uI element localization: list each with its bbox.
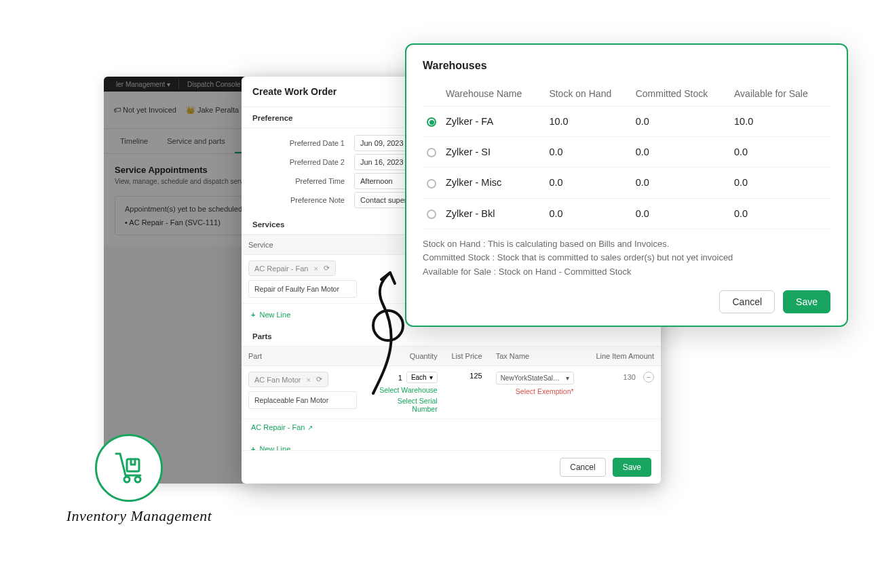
service-description[interactable]: Repair of Faulty Fan Motor — [248, 280, 357, 298]
warehouse-name: Zylker - Bkl — [442, 198, 545, 229]
warehouse-available: 0.0 — [730, 198, 830, 229]
service-chip[interactable]: AC Repair - Fan × ⟳ — [248, 260, 336, 276]
warehouse-radio[interactable] — [427, 148, 436, 157]
warehouse-row[interactable]: Zylker - FA10.00.010.0 — [423, 106, 830, 137]
warehouse-available: 0.0 — [730, 137, 830, 168]
refresh-icon[interactable]: ⟳ — [316, 375, 322, 384]
label-preferred-date-2: Preferred Date 2 — [252, 158, 354, 166]
chevron-down-icon: ▾ — [167, 81, 170, 88]
external-link-icon: ↗ — [307, 424, 313, 431]
parts-col-amount: Line Item Amount — [581, 347, 661, 366]
chevron-down-icon: ▾ — [566, 374, 569, 382]
tax-dropdown[interactable]: NewYorkStateSalesTax ▾ — [496, 372, 574, 385]
divider — [178, 79, 179, 89]
wh-save-button[interactable]: Save — [783, 290, 830, 313]
remove-icon[interactable]: × — [313, 264, 318, 273]
warehouse-committed: 0.0 — [632, 106, 730, 137]
warehouses-popover: Warehouses Warehouse Name Stock on Hand … — [405, 43, 848, 327]
add-part-line[interactable]: +New Line — [242, 438, 661, 450]
warehouses-notes: Stock on Hand : This is calculating base… — [423, 237, 830, 279]
warehouse-stock: 0.0 — [545, 168, 631, 198]
inventory-icon-circle — [95, 434, 163, 502]
warehouse-row[interactable]: Zylker - Bkl0.00.00.0 — [423, 198, 830, 229]
unit-dropdown[interactable]: Each ▾ — [406, 372, 438, 383]
save-button[interactable]: Save — [613, 458, 651, 477]
warehouse-radio[interactable] — [427, 179, 436, 189]
note-committed-stock: Committed Stock : Stock that is committe… — [423, 251, 830, 265]
refresh-icon[interactable]: ⟳ — [324, 264, 330, 273]
svg-point-0 — [124, 477, 130, 482]
warehouses-footer: Cancel Save — [423, 290, 830, 313]
warehouse-row[interactable]: Zylker - SI0.00.00.0 — [423, 137, 830, 168]
warehouse-stock: 10.0 — [545, 106, 631, 137]
status-not-invoiced: 🏷 Not yet Invoiced — [113, 106, 176, 114]
plus-icon: + — [251, 445, 255, 450]
part-chip[interactable]: AC Fan Motor × ⟳ — [248, 372, 328, 387]
section-parts: Parts — [242, 326, 661, 346]
part-list-price[interactable]: 125 — [444, 366, 489, 419]
label-preference-note: Preference Note — [252, 196, 354, 204]
wh-col-name: Warehouse Name — [442, 81, 545, 106]
modal-footer: Cancel Save — [242, 450, 661, 484]
warehouse-stock: 0.0 — [545, 198, 631, 229]
parts-col-list: List Price — [444, 347, 489, 366]
warehouse-committed: 0.0 — [632, 168, 730, 198]
warehouse-available: 0.0 — [730, 168, 830, 198]
nav-tab-management[interactable]: ler Management ▾ — [109, 81, 177, 88]
select-warehouse-link[interactable]: Select Warehouse — [379, 386, 437, 394]
wh-col-select — [423, 81, 442, 106]
remove-icon[interactable]: × — [306, 376, 310, 384]
hand-truck-icon — [111, 450, 147, 486]
parts-col-qty: Quantity — [364, 347, 444, 366]
nav-tab-dispatch[interactable]: Dispatch Console — [180, 81, 247, 88]
warehouse-name: Zylker - SI — [442, 137, 545, 168]
label-preferred-date-1: Preferred Date 1 — [252, 139, 354, 147]
parts-col-part: Part — [242, 347, 364, 366]
part-chip-label: AC Fan Motor — [254, 376, 301, 384]
part-row: AC Fan Motor × ⟳ Replaceable Fan Motor 1… — [242, 366, 661, 419]
select-exemption-link[interactable]: Select Exemption* — [516, 387, 574, 395]
line-item-amount: 130 — [624, 373, 636, 381]
inventory-management-badge: Inventory Management — [81, 434, 231, 525]
part-qty[interactable]: 1 — [375, 374, 402, 382]
owner-user: 👑 Jake Peralta — [186, 106, 239, 115]
cancel-button[interactable]: Cancel — [560, 458, 605, 477]
warehouses-table: Warehouse Name Stock on Hand Committed S… — [423, 81, 830, 229]
parts-col-tax: Tax Name — [489, 347, 581, 366]
warehouse-stock: 0.0 — [545, 137, 631, 168]
part-description[interactable]: Replaceable Fan Motor — [248, 391, 357, 409]
svg-point-1 — [135, 477, 140, 482]
warehouse-name: Zylker - FA — [442, 106, 545, 137]
note-stock-on-hand: Stock on Hand : This is calculating base… — [423, 237, 830, 252]
associated-service-link[interactable]: AC Repair - Fan↗ — [251, 423, 313, 431]
label-preferred-time: Preferred Time — [252, 177, 354, 185]
warehouse-name: Zylker - Misc — [442, 168, 545, 198]
warehouses-title: Warehouses — [423, 60, 830, 72]
associated-service: AC Repair - Fan↗ — [242, 419, 661, 438]
tab-timeline[interactable]: Timeline — [111, 129, 157, 153]
parts-table: Part Quantity List Price Tax Name Line I… — [242, 346, 661, 419]
tab-service-parts[interactable]: Service and parts — [157, 129, 235, 153]
warehouse-radio[interactable] — [427, 210, 436, 219]
warehouse-row[interactable]: Zylker - Misc0.00.00.0 — [423, 168, 830, 198]
wh-cancel-button[interactable]: Cancel — [719, 290, 775, 313]
wh-col-stock: Stock on Hand — [545, 81, 631, 106]
warehouse-available: 10.0 — [730, 106, 830, 137]
delete-line-icon[interactable]: − — [643, 372, 654, 383]
service-chip-label: AC Repair - Fan — [254, 264, 308, 273]
chevron-down-icon: ▾ — [429, 374, 433, 381]
warehouse-radio[interactable] — [427, 117, 436, 127]
warehouse-committed: 0.0 — [632, 198, 730, 229]
wh-col-committed: Committed Stock — [632, 81, 730, 106]
inventory-label: Inventory Management — [47, 507, 231, 525]
note-available-for-sale: Available for Sale : Stock on Hand - Com… — [423, 265, 830, 279]
warehouse-committed: 0.0 — [632, 137, 730, 168]
plus-icon: + — [251, 311, 255, 319]
select-serial-link[interactable]: Select Serial Number — [370, 397, 438, 413]
wh-col-available: Available for Sale — [730, 81, 830, 106]
